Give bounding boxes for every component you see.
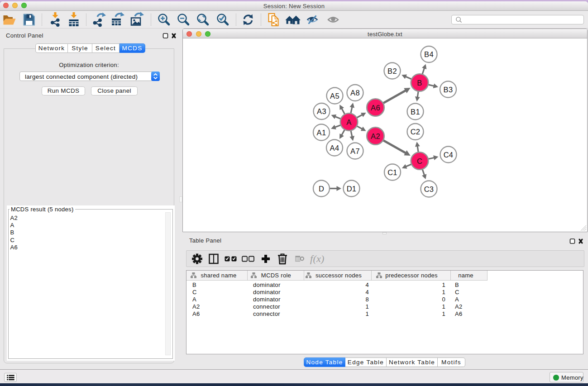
svg-text:C: C: [417, 157, 422, 165]
svg-text:D1: D1: [347, 185, 357, 193]
svg-text:D: D: [319, 185, 324, 193]
svg-text:B: B: [417, 79, 422, 87]
svg-text:A5: A5: [330, 92, 339, 100]
svg-text:A4: A4: [330, 144, 339, 152]
svg-text:A8: A8: [350, 89, 360, 97]
svg-text:B4: B4: [424, 50, 434, 58]
svg-text:A7: A7: [350, 147, 360, 155]
svg-text:A1: A1: [317, 129, 326, 137]
svg-text:B3: B3: [444, 86, 453, 94]
svg-text:C3: C3: [424, 185, 434, 193]
svg-text:B1: B1: [411, 108, 420, 116]
svg-text:C1: C1: [387, 168, 397, 176]
svg-text:A2: A2: [371, 132, 380, 140]
svg-text:B2: B2: [387, 67, 397, 75]
svg-text:C4: C4: [444, 151, 454, 159]
svg-text:A: A: [346, 118, 351, 126]
svg-text:A6: A6: [371, 104, 380, 112]
svg-text:C2: C2: [411, 128, 421, 136]
svg-text:f(x): f(x): [310, 253, 325, 264]
svg-text:A3: A3: [317, 107, 326, 115]
